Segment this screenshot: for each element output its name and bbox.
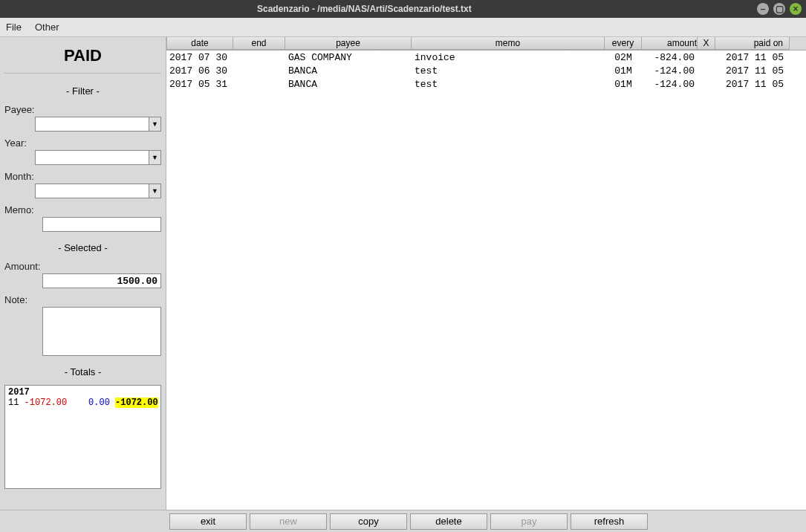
table-row[interactable]: 2017 05 31 BANCA test 01M -124.00 2017 1…: [166, 77, 806, 91]
paid-header: PAID: [4, 42, 161, 74]
col-x[interactable]: X: [698, 37, 715, 50]
window-title: Scadenzario - /media/NAS/Arti/Scadenzari…: [257, 4, 472, 14]
delete-button[interactable]: delete: [410, 513, 487, 530]
menu-file[interactable]: File: [6, 22, 22, 33]
filter-header: - Filter -: [4, 85, 161, 97]
memo-input[interactable]: [42, 217, 161, 232]
new-button[interactable]: new: [250, 513, 327, 530]
month-combo[interactable]: ▼: [35, 184, 161, 198]
refresh-button[interactable]: refresh: [571, 513, 648, 530]
note-textarea[interactable]: [42, 307, 161, 356]
year-combo[interactable]: ▼: [35, 150, 161, 165]
grid-header: date end payee memo every amount X paid …: [166, 37, 806, 51]
amount-input[interactable]: [42, 273, 161, 288]
table-row[interactable]: 2017 06 30 BANCA test 01M -124.00 2017 1…: [166, 64, 806, 77]
minimize-icon[interactable]: –: [757, 3, 769, 15]
copy-button[interactable]: copy: [330, 513, 407, 530]
menu-other[interactable]: Other: [35, 22, 59, 33]
amount-label: Amount:: [4, 261, 161, 272]
payee-label: Payee:: [4, 104, 161, 115]
totals-year: 2017: [8, 387, 157, 398]
close-icon[interactable]: ×: [790, 3, 802, 15]
note-label: Note:: [4, 294, 161, 305]
month-label: Month:: [4, 171, 161, 182]
col-date[interactable]: date: [166, 37, 233, 50]
totals-header: - Totals -: [4, 366, 161, 377]
sidebar: PAID - Filter - Payee: ▼ Year: ▼ Month: …: [0, 37, 166, 510]
titlebar: Scadenzario - /media/NAS/Arti/Scadenzari…: [0, 0, 806, 18]
chevron-down-icon[interactable]: ▼: [149, 151, 160, 164]
menubar: File Other: [0, 18, 806, 37]
main-grid: date end payee memo every amount X paid …: [166, 37, 806, 510]
grid-body[interactable]: 2017 07 30 GAS COMPANY invoice 02M -824.…: [166, 51, 806, 510]
memo-label: Memo:: [4, 204, 161, 215]
col-paidon[interactable]: paid on: [715, 37, 790, 50]
bottombar: exit new copy delete pay refresh: [0, 510, 806, 532]
chevron-down-icon[interactable]: ▼: [149, 184, 160, 198]
col-memo[interactable]: memo: [412, 37, 605, 50]
year-label: Year:: [4, 137, 161, 149]
table-row[interactable]: 2017 07 30 GAS COMPANY invoice 02M -824.…: [166, 51, 806, 64]
col-every[interactable]: every: [605, 37, 642, 50]
pay-button[interactable]: pay: [490, 513, 568, 530]
totals-box: 2017 11 -1072.00 0.00 -1072.00: [4, 385, 161, 489]
col-payee[interactable]: payee: [285, 37, 412, 50]
selected-header: - Selected -: [4, 242, 161, 253]
maximize-icon[interactable]: ▢: [773, 3, 785, 15]
totals-row: 11 -1072.00 0.00 -1072.00: [8, 398, 157, 408]
col-amount[interactable]: amount: [642, 37, 698, 50]
payee-combo[interactable]: ▼: [35, 117, 161, 132]
chevron-down-icon[interactable]: ▼: [149, 117, 160, 131]
col-end[interactable]: end: [233, 37, 285, 50]
exit-button[interactable]: exit: [169, 513, 247, 530]
